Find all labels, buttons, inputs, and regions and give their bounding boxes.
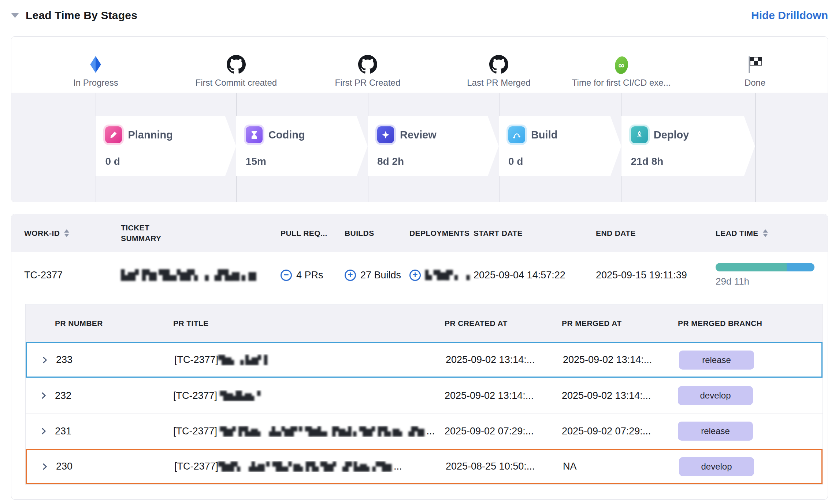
finish-flag-icon	[678, 50, 828, 74]
ticket-summary-cell: ▙▆▘▛▆ ▜▙▞▆▛▖▗ ▗▛▙▆ ▖▆	[121, 269, 281, 281]
sparkle-icon	[377, 126, 394, 143]
pr-merged-at: 2025-09-02 07:29:...	[562, 426, 678, 437]
stages-panel: In Progress First Commit created First P…	[11, 36, 828, 202]
milestone-done: Done	[678, 37, 828, 88]
stage-card-deploy: Deploy 21d 8h	[621, 116, 755, 176]
github-icon	[159, 50, 313, 74]
start-date-cell: 2025-09-04 14:57:22	[474, 270, 596, 281]
pr-number: 232	[55, 390, 173, 401]
pr-number: 230	[56, 461, 174, 472]
bezier-icon	[508, 126, 525, 143]
stage-lanes: Planning 0 d Coding 15m Revi	[11, 93, 828, 202]
pr-created-at: 2025-09-02 13:14:...	[445, 390, 562, 401]
pr-row-231[interactable]: 231 [TC-2377] ▜▆▘▛▙▆▖ ▗▙▞▆▛ ▘▜▆▙▖ ▛▆▟ ▖▜…	[26, 413, 823, 449]
rocket-icon	[631, 126, 648, 143]
page-title: Lead Time By Stages	[26, 9, 137, 22]
chevron-right-icon[interactable]	[40, 392, 55, 400]
milestone-cicd: ∞ Time for first CI/CD exe...	[545, 37, 698, 88]
pr-title: [TC-2377] ▜▆▘▛▙▆▖ ▗▙▞▆▛ ▘▜▆▙▖ ▛▆▟ ▖▜▆▘▛▙…	[173, 426, 445, 437]
chevron-right-icon[interactable]	[41, 356, 56, 364]
lead-time-bar	[716, 263, 814, 271]
milestone-first-commit: First Commit created	[159, 37, 313, 88]
lane-divider	[755, 93, 756, 202]
pr-title: [TC-2377] ▜▆▟▙▆▖▘	[173, 390, 445, 401]
pr-row-230[interactable]: 230 [TC-2377]▜▆▛▖ ▗▙▆ ▘▜▙▞ ▆▖▛▙ ▜▆▘▗▛ ▙▆…	[26, 449, 823, 484]
col-pr-branch: PR MERGED BRANCH	[678, 318, 823, 329]
lead-bar-teal	[716, 263, 787, 271]
jira-status-icon	[19, 50, 172, 74]
collapse-caret-icon[interactable]	[11, 13, 19, 18]
hide-drilldown-link[interactable]: Hide Drilldown	[751, 9, 828, 22]
work-id-cell: TC-2377	[24, 270, 121, 281]
section-header: Lead Time By Stages Hide Drilldown	[11, 6, 828, 25]
lead-time-drilldown-page: Lead Time By Stages Hide Drilldown In Pr…	[0, 0, 839, 504]
milestone-strip: In Progress First Commit created First P…	[11, 37, 828, 93]
col-builds: BUILDS	[345, 229, 409, 238]
col-lead-time[interactable]: LEAD TIME	[716, 229, 828, 238]
pr-branch-cell: release	[678, 422, 823, 441]
pr-merged-at: 2025-09-02 13:14:...	[562, 390, 678, 401]
pr-branch-cell: develop	[679, 457, 821, 476]
sort-icon[interactable]	[64, 229, 69, 237]
pr-number: 231	[55, 426, 173, 437]
pr-number: 233	[56, 354, 174, 366]
branch-badge: develop	[679, 457, 754, 476]
work-table-header: WORK-ID TICKET SUMMARY PULL REQ... BUILD…	[11, 214, 828, 252]
deployments-cell: + ▙ ▜▆▛ ▖ ▗	[409, 270, 474, 281]
pr-row-232[interactable]: 232 [TC-2377] ▜▆▟▙▆▖▘ 2025-09-02 13:14:.…	[26, 378, 823, 413]
col-pr-title: PR TITLE	[173, 318, 445, 329]
chevron-right-icon[interactable]	[40, 427, 55, 435]
col-pr-number: PR NUMBER	[55, 318, 173, 329]
col-pr-merged: PR MERGED AT	[562, 318, 678, 329]
col-pull-requests: PULL REQ...	[281, 229, 345, 238]
branch-badge: release	[678, 422, 753, 441]
col-end-date: END DATE	[596, 229, 716, 238]
stage-card-build: Build 0 d	[499, 116, 621, 176]
pr-table: PR NUMBER PR TITLE PR CREATED AT PR MERG…	[25, 304, 823, 485]
pr-branch-cell: release	[679, 351, 821, 370]
collapse-prs-icon[interactable]: −	[281, 270, 292, 281]
pr-merged-at: NA	[563, 461, 679, 472]
col-deployments: DEPLOYMENTS	[409, 229, 474, 238]
pr-table-header: PR NUMBER PR TITLE PR CREATED AT PR MERG…	[26, 304, 823, 342]
builds-cell: + 27 Builds	[345, 270, 409, 281]
branch-badge: develop	[678, 386, 753, 405]
expand-builds-icon[interactable]: +	[345, 270, 356, 281]
pr-row-233[interactable]: 233 [TC-2377]▜▆▖▗ ▙▆▘▌ 2025-09-02 13:14:…	[26, 342, 823, 378]
lead-time-value: 29d 11h	[716, 276, 814, 287]
chevron-right-icon[interactable]	[41, 463, 56, 471]
pr-merged-at: 2025-09-02 13:14:...	[563, 354, 679, 366]
col-work-id[interactable]: WORK-ID	[24, 229, 121, 238]
hourglass-icon	[246, 126, 263, 143]
stage-card-planning: Planning 0 d	[96, 116, 236, 176]
milestone-in-progress: In Progress	[19, 37, 172, 88]
pr-created-at: 2025-09-02 07:29:...	[445, 426, 562, 437]
cicd-icon: ∞	[545, 50, 698, 74]
stage-card-review: Review 8d 2h	[368, 116, 499, 176]
expand-deployments-icon[interactable]: +	[409, 270, 421, 281]
col-ticket-summary: TICKET SUMMARY	[121, 223, 281, 244]
pr-created-at: 2025-09-02 13:14:...	[446, 354, 563, 366]
pr-title: [TC-2377]▜▆▖▗ ▙▆▘▌	[174, 354, 446, 366]
pr-created-at: 2025-08-25 10:50:...	[446, 461, 563, 472]
col-start-date: START DATE	[474, 229, 596, 238]
end-date-cell: 2025-09-15 19:11:39	[596, 270, 716, 281]
pen-icon	[105, 126, 122, 143]
sort-icon[interactable]	[763, 229, 768, 237]
pr-branch-cell: develop	[678, 386, 823, 405]
lead-bar-blue	[787, 263, 814, 271]
col-pr-created: PR CREATED AT	[445, 318, 562, 329]
work-table-panel: WORK-ID TICKET SUMMARY PULL REQ... BUILD…	[11, 214, 828, 500]
work-row[interactable]: TC-2377 ▙▆▘▛▆ ▜▙▞▆▛▖▗ ▗▛▙▆ ▖▆ − 4 PRs + …	[11, 252, 828, 298]
branch-badge: release	[679, 351, 754, 370]
pr-title: [TC-2377]▜▆▛▖ ▗▙▆ ▘▜▙▞ ▆▖▛▙ ▜▆▘▗▛ ▙▆▖▞▜▆…	[174, 461, 446, 472]
stage-card-coding: Coding 15m	[236, 116, 368, 176]
pull-requests-cell: − 4 PRs	[281, 270, 345, 281]
lead-time-cell: 29d 11h	[716, 263, 828, 287]
